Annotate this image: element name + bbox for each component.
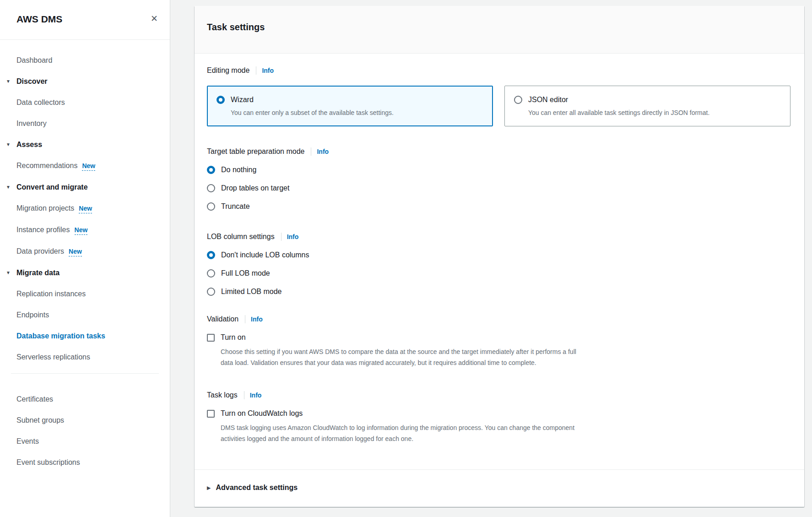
task-logs-label-row: Task logs Info bbox=[207, 390, 790, 400]
radio-icon[interactable] bbox=[514, 96, 522, 104]
sidebar-item-dashboard[interactable]: Dashboard bbox=[0, 55, 170, 65]
section-label: Discover bbox=[16, 76, 48, 86]
tile-label: JSON editor bbox=[528, 94, 568, 105]
radio-option-do-nothing[interactable]: Do nothing bbox=[207, 165, 790, 175]
new-badge[interactable]: New bbox=[69, 248, 82, 256]
validation-label-row: Validation Info bbox=[207, 314, 790, 324]
caret-right-icon: ▶ bbox=[207, 483, 211, 493]
radio-icon bbox=[207, 269, 215, 278]
card-header: Task settings bbox=[195, 6, 804, 54]
sidebar-item-recommendations[interactable]: RecommendationsNew bbox=[0, 161, 170, 171]
field-label-lob-column-settings: LOB column settings bbox=[207, 232, 275, 242]
field-label-task-logs: Task logs bbox=[207, 390, 238, 400]
close-icon[interactable]: ✕ bbox=[151, 14, 158, 24]
radio-option-limited-lob-mode[interactable]: Limited LOB mode bbox=[207, 287, 790, 297]
tile-label: Wizard bbox=[231, 94, 254, 105]
sidebar-nav: Dashboard ▼ Discover Data collectors Inv… bbox=[0, 40, 170, 467]
sidebar-item-endpoints[interactable]: Endpoints bbox=[0, 310, 170, 320]
tile-json-editor[interactable]: JSON editor You can enter all available … bbox=[504, 86, 790, 126]
sidebar-section-header-migrate-data[interactable]: ▼ Migrate data bbox=[0, 268, 170, 278]
sidebar-item-certificates[interactable]: Certificates bbox=[0, 394, 170, 404]
section-label: Migrate data bbox=[16, 268, 60, 278]
sidebar-item-label: Instance profiles bbox=[16, 226, 70, 234]
section-label: Assess bbox=[16, 140, 42, 149]
radio-icon bbox=[207, 251, 215, 259]
new-badge[interactable]: New bbox=[79, 205, 92, 213]
sidebar-item-label: Data providers bbox=[16, 247, 64, 255]
sidebar: AWS DMS ✕ Dashboard ▼ Discover Data coll… bbox=[0, 0, 170, 517]
caret-down-icon: ▼ bbox=[6, 76, 12, 86]
sidebar-item-database-migration-tasks[interactable]: Database migration tasks bbox=[0, 331, 170, 341]
advanced-task-settings-expander[interactable]: ▶ Advanced task settings bbox=[207, 483, 790, 493]
radio-option-full-lob-mode[interactable]: Full LOB mode bbox=[207, 268, 790, 278]
radio-label: Don't include LOB columns bbox=[221, 250, 309, 260]
task-logs-description: DMS task logging uses Amazon CloudWatch … bbox=[221, 422, 580, 444]
label-separator bbox=[311, 147, 311, 156]
checkbox-label: Turn on bbox=[221, 332, 246, 343]
tile-json-editor-head: JSON editor bbox=[514, 94, 781, 105]
editing-mode-label-row: Editing mode Info bbox=[207, 65, 790, 76]
task-logs-info-link[interactable]: Info bbox=[250, 392, 262, 399]
caret-down-icon: ▼ bbox=[6, 182, 12, 192]
label-separator bbox=[244, 391, 244, 399]
sidebar-footer-links: Certificates Subnet groups Events Event … bbox=[0, 374, 170, 467]
sidebar-section-assess: ▼ Assess RecommendationsNew bbox=[0, 140, 170, 171]
task-settings-card: Task settings Editing mode Info Wizard Y… bbox=[195, 6, 804, 507]
sidebar-item-label: Migration projects bbox=[16, 204, 74, 212]
checkbox-icon bbox=[207, 334, 215, 342]
sidebar-title: AWS DMS bbox=[16, 14, 62, 25]
new-badge[interactable]: New bbox=[75, 226, 88, 235]
sidebar-item-serverless-replications[interactable]: Serverless replications bbox=[0, 352, 170, 362]
sidebar-item-label: Recommendations bbox=[16, 162, 77, 169]
radio-label: Drop tables on target bbox=[221, 183, 289, 193]
tile-description: You can enter only a subset of the avail… bbox=[231, 108, 432, 118]
page-title: Task settings bbox=[207, 22, 790, 33]
card-body: Editing mode Info Wizard You can enter o… bbox=[195, 54, 804, 469]
target-table-preparation-group: Target table preparation mode Info Do no… bbox=[207, 147, 790, 212]
checkbox-turn-on-cloudwatch-logs[interactable]: Turn on CloudWatch logs bbox=[207, 408, 790, 419]
sidebar-section-header-discover[interactable]: ▼ Discover bbox=[0, 76, 170, 86]
radio-icon bbox=[207, 288, 215, 296]
caret-down-icon: ▼ bbox=[6, 140, 12, 149]
sidebar-section-header-assess[interactable]: ▼ Assess bbox=[0, 140, 170, 149]
lob-column-settings-info-link[interactable]: Info bbox=[287, 233, 299, 240]
editing-mode-info-link[interactable]: Info bbox=[262, 67, 274, 74]
radio-icon bbox=[207, 166, 215, 174]
target-table-preparation-info-link[interactable]: Info bbox=[317, 148, 329, 155]
sidebar-item-inventory[interactable]: Inventory bbox=[0, 119, 170, 128]
sidebar-section-discover: ▼ Discover Data collectors Inventory bbox=[0, 76, 170, 128]
label-separator bbox=[245, 315, 245, 323]
radio-option-dont-include-lob-columns[interactable]: Don't include LOB columns bbox=[207, 250, 790, 260]
sidebar-item-replication-instances[interactable]: Replication instances bbox=[0, 289, 170, 299]
sidebar-item-data-providers[interactable]: Data providersNew bbox=[0, 246, 170, 256]
field-label-editing-mode: Editing mode bbox=[207, 65, 249, 76]
sidebar-item-events[interactable]: Events bbox=[0, 436, 170, 446]
sidebar-header: AWS DMS ✕ bbox=[0, 0, 170, 25]
sidebar-item-subnet-groups[interactable]: Subnet groups bbox=[0, 415, 170, 425]
tile-wizard[interactable]: Wizard You can enter only a subset of th… bbox=[207, 86, 493, 126]
editing-mode-tiles: Wizard You can enter only a subset of th… bbox=[207, 86, 790, 126]
checkbox-validation-turn-on[interactable]: Turn on bbox=[207, 332, 790, 343]
validation-group: Validation Info Turn on Choose this sett… bbox=[207, 314, 790, 368]
sidebar-section-convert-and-migrate: ▼ Convert and migrate Migration projects… bbox=[0, 182, 170, 256]
radio-label: Do nothing bbox=[221, 165, 256, 175]
label-separator bbox=[256, 66, 256, 75]
radio-icon[interactable] bbox=[217, 96, 225, 104]
sidebar-item-instance-profiles[interactable]: Instance profilesNew bbox=[0, 225, 170, 235]
validation-info-link[interactable]: Info bbox=[251, 316, 263, 323]
sidebar-item-event-subscriptions[interactable]: Event subscriptions bbox=[0, 457, 170, 467]
checkbox-label: Turn on CloudWatch logs bbox=[221, 408, 303, 419]
radio-option-truncate[interactable]: Truncate bbox=[207, 201, 790, 212]
sidebar-section-header-convert-and-migrate[interactable]: ▼ Convert and migrate bbox=[0, 182, 170, 192]
lob-column-settings-label-row: LOB column settings Info bbox=[207, 232, 790, 242]
field-label-validation: Validation bbox=[207, 314, 238, 324]
sidebar-item-data-collectors[interactable]: Data collectors bbox=[0, 98, 170, 107]
radio-option-drop-tables-on-target[interactable]: Drop tables on target bbox=[207, 183, 790, 193]
new-badge[interactable]: New bbox=[82, 162, 95, 171]
radio-label: Truncate bbox=[221, 201, 250, 212]
main-content: Task settings Editing mode Info Wizard Y… bbox=[170, 0, 812, 517]
validation-description: Choose this setting if you want AWS DMS … bbox=[221, 346, 580, 368]
radio-label: Limited LOB mode bbox=[221, 287, 282, 297]
sidebar-item-migration-projects[interactable]: Migration projectsNew bbox=[0, 203, 170, 213]
radio-icon bbox=[207, 184, 215, 192]
